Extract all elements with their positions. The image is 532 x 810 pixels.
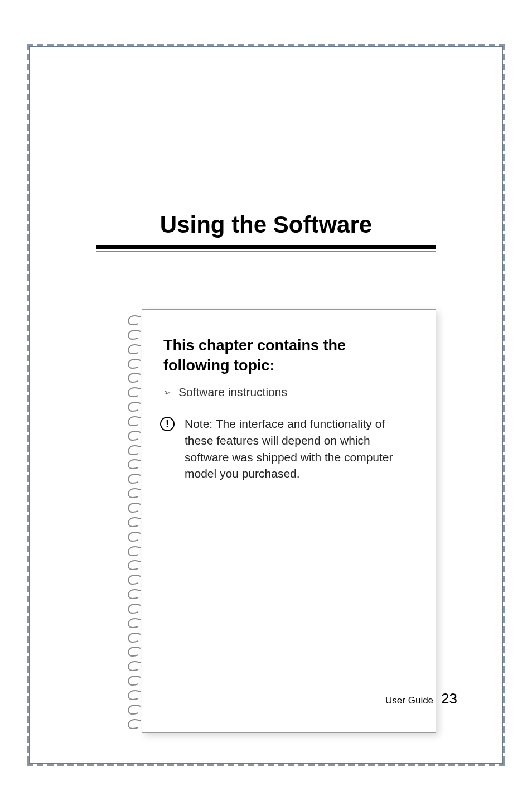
spiral-ring-icon	[125, 660, 142, 672]
spiral-ring-icon	[125, 430, 142, 441]
spiral-ring-icon	[125, 344, 142, 355]
note-block: ! Note: The interface and functionality …	[160, 416, 413, 482]
spiral-ring-icon	[125, 632, 142, 643]
page-number: 23	[441, 690, 457, 707]
spiral-ring-icon	[125, 358, 142, 369]
spiral-ring-icon	[125, 618, 142, 629]
chapter-title: Using the Software	[30, 211, 502, 238]
spiral-ring-icon	[125, 387, 142, 398]
note-body: The interface and functionality of these…	[185, 417, 393, 480]
spiral-ring-icon	[125, 589, 142, 600]
footer-doc-type: User Guide	[385, 695, 433, 706]
spiral-ring-icon	[125, 574, 142, 585]
spiral-ring-icon	[125, 560, 142, 571]
note-label: Note:	[185, 417, 212, 430]
topic-bullet: ➢ Software instructions	[163, 385, 287, 399]
spiral-ring-icon	[125, 675, 142, 686]
page-border: Using the Software This chapter co	[29, 46, 503, 764]
spiral-ring-icon	[125, 719, 142, 730]
content-panel: This chapter contains the following topi…	[142, 309, 436, 733]
spiral-ring-icon	[125, 690, 142, 701]
spiral-ring-icon	[125, 459, 142, 470]
section-heading: This chapter contains the following topi…	[163, 335, 413, 376]
spiral-binding	[125, 310, 142, 734]
spiral-ring-icon	[125, 646, 142, 657]
spiral-ring-icon	[125, 531, 142, 542]
spiral-ring-icon	[125, 704, 142, 715]
spiral-ring-icon	[125, 445, 142, 456]
bullet-arrow-icon: ➢	[163, 387, 171, 398]
spiral-ring-icon	[125, 546, 142, 557]
spiral-ring-icon	[125, 603, 142, 614]
title-underline-thin	[96, 251, 436, 252]
spiral-ring-icon	[125, 517, 142, 528]
spiral-ring-icon	[125, 329, 142, 340]
title-underline-thick	[96, 245, 436, 249]
spiral-ring-icon	[125, 401, 142, 412]
spiral-ring-icon	[125, 488, 142, 499]
spiral-ring-icon	[125, 372, 142, 383]
page-footer: User Guide 23	[385, 690, 457, 707]
spiral-ring-icon	[125, 315, 142, 326]
bullet-text: Software instructions	[178, 385, 287, 399]
note-text: Note: The interface and functionality of…	[185, 416, 413, 482]
spiral-ring-icon	[125, 416, 142, 427]
exclamation-icon: !	[160, 417, 175, 431]
spiral-ring-icon	[125, 502, 142, 513]
spiral-ring-icon	[125, 473, 142, 484]
